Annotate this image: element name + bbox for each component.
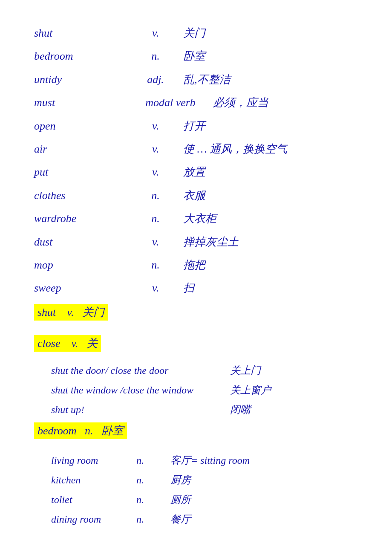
pos-air: v. [128,142,183,157]
highlight-shut-text: shut v. 关门 [34,304,108,321]
word-shut: shut [34,26,128,41]
meaning-put: 放置 [183,165,205,180]
pos-wardrobe: n. [128,211,183,226]
hl-close-meaning: 关 [86,337,98,350]
hl-close-word: close [37,337,60,350]
related-pos-living: n. [136,455,170,466]
word-sweep: sweep [34,280,128,296]
highlight-row-close: close v. 关 [34,335,358,358]
meaning-shut: 关门 [183,26,205,41]
vocab-row-bedroom: bedroom n. 卧室 [34,49,358,64]
related-row-kitchen: kitchen n. 厨房 [51,473,358,487]
related-def-living: 客厅= sitting room [170,454,250,467]
pos-mop: n. [128,257,183,273]
example-phrase-3: shut up! [51,404,230,416]
hl-bedroom-meaning: 卧室 [101,425,124,437]
related-word-kitchen: kitchen [51,474,136,486]
word-clothes: clothes [34,188,128,203]
related-def-kitchen: 厨房 [170,473,191,487]
related-row-living: living room n. 客厅= sitting room [51,454,358,467]
vocab-row-wardrobe: wardrobe n. 大衣柜 [34,211,358,226]
example-meaning-2: 关上窗户 [230,383,271,397]
pos-put: v. [128,165,183,180]
word-air: air [34,142,128,157]
hl-close-pos: v. [71,337,78,350]
vocab-table: shut v. 关门 bedroom n. 卧室 untidy adj. 乱,不… [34,26,358,526]
related-pos-toilet: n. [136,494,170,506]
word-open: open [34,119,128,134]
pos-must: modal verb [128,95,213,110]
word-wardrobe: wardrobe [34,211,128,226]
related-def-toilet: 厕所 [170,493,191,506]
example-phrase-1: shut the door/ close the door [51,365,230,376]
meaning-air: 使 … 通风，换换空气 [183,142,287,157]
vocab-row-mop: mop n. 拖把 [34,257,358,273]
example-row-3: shut up! 闭嘴 [51,403,358,416]
related-word-toilet: toliet [51,494,136,506]
meaning-dust: 掸掉灰尘土 [183,234,239,250]
vocab-row-put: put v. 放置 [34,165,358,180]
highlight-row-bedroom: bedroom n. 卧室 [34,422,358,445]
example-row-1: shut the door/ close the door 关上门 [51,364,358,377]
vocab-row-untidy: untidy adj. 乱,不整洁 [34,72,358,87]
related-row-dining: dining room n. 餐厅 [51,512,358,526]
related-pos-dining: n. [136,514,170,525]
word-put: put [34,165,128,180]
pos-sweep: v. [128,280,183,296]
meaning-open: 打开 [183,119,205,134]
highlight-close-text: close v. 关 [34,335,101,352]
example-meaning-3: 闭嘴 [230,403,251,416]
related-word-living: living room [51,455,136,466]
bedroom-related: living room n. 客厅= sitting room kitchen … [34,454,358,526]
vocab-row-sweep: sweep v. 扫 [34,280,358,296]
example-meaning-1: 关上门 [230,364,261,377]
word-must: must [34,95,128,110]
example-row-2: shut the window /close the window 关上窗户 [51,383,358,397]
vocab-row-must: must modal verb 必须，应当 [34,95,358,110]
pos-clothes: n. [128,188,183,203]
meaning-must: 必须，应当 [213,95,268,110]
hl-shut-word: shut [37,306,56,318]
word-dust: dust [34,234,128,250]
pos-dust: v. [128,234,183,250]
meaning-clothes: 衣服 [183,188,205,203]
hl-bedroom-pos: n. [85,425,93,437]
meaning-bedroom: 卧室 [183,49,205,64]
pos-shut: v. [128,26,183,41]
vocab-row-open: open v. 打开 [34,119,358,134]
vocab-row-clothes: clothes n. 衣服 [34,188,358,203]
word-bedroom: bedroom [34,49,128,64]
meaning-untidy: 乱,不整洁 [183,72,231,87]
vocab-row-dust: dust v. 掸掉灰尘土 [34,234,358,250]
related-def-dining: 餐厅 [170,512,191,526]
related-pos-kitchen: n. [136,474,170,486]
meaning-mop: 拖把 [183,257,205,273]
related-row-toilet: toliet n. 厕所 [51,493,358,506]
hl-shut-pos: v. [67,306,74,318]
meaning-sweep: 扫 [183,280,194,296]
highlight-bedroom-text: bedroom n. 卧室 [34,422,127,439]
related-word-dining: dining room [51,514,136,525]
vocab-row-air: air v. 使 … 通风，换换空气 [34,142,358,157]
word-mop: mop [34,257,128,273]
pos-open: v. [128,119,183,134]
pos-bedroom: n. [128,49,183,64]
example-phrase-2: shut the window /close the window [51,384,230,396]
meaning-wardrobe: 大衣柜 [183,211,216,226]
shut-examples: shut the door/ close the door 关上门 shut t… [51,364,358,416]
vocab-row-shut: shut v. 关门 [34,26,358,41]
pos-untidy: adj. [128,72,183,87]
highlight-row-shut: shut v. 关门 [34,304,358,327]
word-untidy: untidy [34,72,128,87]
hl-shut-meaning: 关门 [82,306,104,318]
hl-bedroom-word: bedroom [37,425,76,437]
